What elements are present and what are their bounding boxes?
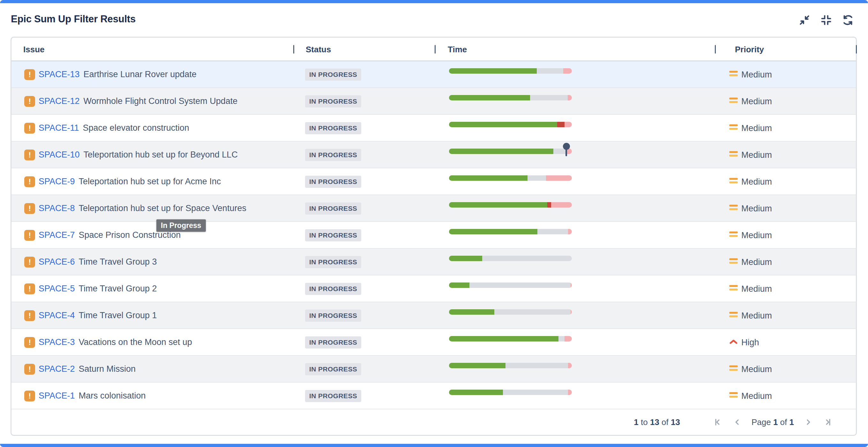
time-bar-segment-pink <box>568 390 572 395</box>
issue-summary: Wormhole Flight Control System Update <box>84 96 238 106</box>
column-header-time[interactable]: Time <box>448 45 467 55</box>
status-badge: IN PROGRESS <box>305 202 361 214</box>
status-badge: IN PROGRESS <box>305 310 361 322</box>
time-bar-segment-pink <box>568 363 572 368</box>
table-row[interactable]: ! SPACE-4Time Travel Group 1 IN PROGRESS… <box>11 302 856 329</box>
time-bar-segment-gray <box>469 282 571 288</box>
first-page-icon[interactable] <box>712 417 723 427</box>
table-row[interactable]: ! SPACE-7Space Prison Construction IN PR… <box>11 222 856 249</box>
epic-status-icon: ! <box>24 149 35 160</box>
priority-medium-icon <box>729 312 738 319</box>
status-badge: IN PROGRESS <box>305 390 361 402</box>
issue-key-link[interactable]: SPACE-6 <box>39 257 75 267</box>
issue-cell: SPACE-2Saturn Mission <box>39 365 135 374</box>
issue-cell: SPACE-1Mars colonisation <box>39 391 146 401</box>
time-bar-segment-gray <box>503 390 568 395</box>
epic-status-icon: ! <box>24 176 35 187</box>
baseline-pin-marker[interactable] <box>563 143 570 157</box>
time-progress-bar <box>449 229 572 234</box>
next-page-icon[interactable] <box>803 417 814 427</box>
issue-key-link[interactable]: SPACE-7 <box>39 230 75 240</box>
time-progress-bar <box>449 148 572 154</box>
priority-label: High <box>741 338 759 347</box>
issue-key-link[interactable]: SPACE-4 <box>39 311 75 320</box>
time-progress-bar <box>449 95 572 100</box>
priority-high-icon <box>729 339 738 346</box>
table-row[interactable]: ! SPACE-1Mars colonisation IN PROGRESS M… <box>11 383 856 409</box>
issue-key-link[interactable]: SPACE-2 <box>39 364 75 374</box>
time-bar-segment-green <box>449 309 494 315</box>
time-bar-segment-pink <box>563 68 572 74</box>
issue-summary: Mars colonisation <box>79 391 146 401</box>
issue-key-link[interactable]: SPACE-8 <box>39 203 75 213</box>
priority-medium-icon <box>729 285 738 292</box>
time-bar-segment-pink <box>570 309 572 315</box>
previous-page-icon[interactable] <box>732 417 743 427</box>
issue-key-link[interactable]: SPACE-9 <box>39 177 75 186</box>
priority-medium-icon <box>729 151 738 158</box>
issue-cell: SPACE-8Teleportation hub set up for Spac… <box>39 204 246 213</box>
epic-status-icon: ! <box>24 364 35 375</box>
status-badge: IN PROGRESS <box>305 336 361 348</box>
table-row[interactable]: ! SPACE-6Time Travel Group 3 IN PROGRESS… <box>11 249 856 275</box>
issue-cell: SPACE-10Teleportation hub set up for Bey… <box>39 150 238 160</box>
issue-key-link[interactable]: SPACE-1 <box>39 391 75 401</box>
table-row[interactable]: ! SPACE-3Vacations on the Moon set up IN… <box>11 329 856 356</box>
issue-key-link[interactable]: SPACE-5 <box>39 284 75 293</box>
time-progress-bar <box>449 336 572 341</box>
issue-summary: Teleportation hub set up for Beyond LLC <box>84 150 238 160</box>
table-row[interactable]: ! SPACE-13Earthrise Lunar Rover update I… <box>11 61 856 88</box>
time-bar-segment-gray <box>530 95 567 100</box>
column-resize-handle[interactable] <box>715 45 716 54</box>
time-bar-segment-green <box>449 256 482 261</box>
status-badge: IN PROGRESS <box>305 229 361 241</box>
table-row[interactable]: ! SPACE-10Teleportation hub set up for B… <box>11 142 856 168</box>
issue-key-link[interactable]: SPACE-3 <box>39 337 75 347</box>
priority-medium-icon <box>729 178 738 185</box>
status-badge: IN PROGRESS <box>305 256 361 268</box>
refresh-icon[interactable] <box>842 14 854 26</box>
issue-key-link[interactable]: SPACE-13 <box>39 69 80 79</box>
last-page-icon[interactable] <box>823 417 834 427</box>
priority-label: Medium <box>741 284 772 294</box>
collapse-icon[interactable] <box>799 14 811 26</box>
table-row[interactable]: ! SPACE-2Saturn Mission IN PROGRESS Medi… <box>11 356 856 383</box>
issue-summary: Earthrise Lunar Rover update <box>84 69 196 79</box>
issue-summary: Vacations on the Moon set up <box>79 337 192 347</box>
time-progress-bar <box>449 68 572 74</box>
time-progress-bar <box>449 122 572 127</box>
issue-summary: Teleportation hub set up for Acme Inc <box>79 177 221 186</box>
column-resize-handle[interactable] <box>293 45 294 54</box>
priority-label: Medium <box>741 70 772 80</box>
issue-key-link[interactable]: SPACE-10 <box>39 150 80 160</box>
priority-label: Medium <box>741 97 772 106</box>
epic-status-icon: ! <box>24 310 35 321</box>
column-header-priority[interactable]: Priority <box>735 45 764 55</box>
epic-status-icon: ! <box>24 283 35 294</box>
time-bar-segment-gray <box>527 175 546 181</box>
time-bar-segment-green <box>449 282 469 288</box>
table-row[interactable]: ! SPACE-5Time Travel Group 2 IN PROGRESS… <box>11 275 856 302</box>
table-row[interactable]: ! SPACE-9Teleportation hub set up for Ac… <box>11 168 856 195</box>
issue-key-link[interactable]: SPACE-12 <box>39 96 80 106</box>
epic-status-icon: ! <box>24 203 35 214</box>
column-resize-handle[interactable] <box>435 45 436 54</box>
time-bar-segment-pink <box>570 282 572 288</box>
time-bar-segment-pink <box>564 122 572 127</box>
priority-label: Medium <box>741 391 772 401</box>
column-resize-handle[interactable] <box>856 45 857 54</box>
table-row[interactable]: ! SPACE-11Space elevator construction IN… <box>11 115 856 142</box>
table-row[interactable]: ! SPACE-8Teleportation hub set up for Sp… <box>11 195 856 222</box>
issue-key-link[interactable]: SPACE-11 <box>39 123 79 133</box>
priority-label: Medium <box>741 150 772 160</box>
compress-icon[interactable] <box>820 14 832 26</box>
status-badge: IN PROGRESS <box>305 149 361 161</box>
priority-medium-icon <box>729 124 738 131</box>
column-header-issue[interactable]: Issue <box>23 45 45 55</box>
issue-cell: SPACE-11Space elevator construction <box>39 124 189 133</box>
time-bar-segment-darkred <box>547 202 551 208</box>
column-header-status[interactable]: Status <box>306 45 331 55</box>
status-badge: IN PROGRESS <box>305 69 361 81</box>
table-row[interactable]: ! SPACE-12Wormhole Flight Control System… <box>11 88 856 115</box>
epic-status-icon: ! <box>24 123 35 134</box>
